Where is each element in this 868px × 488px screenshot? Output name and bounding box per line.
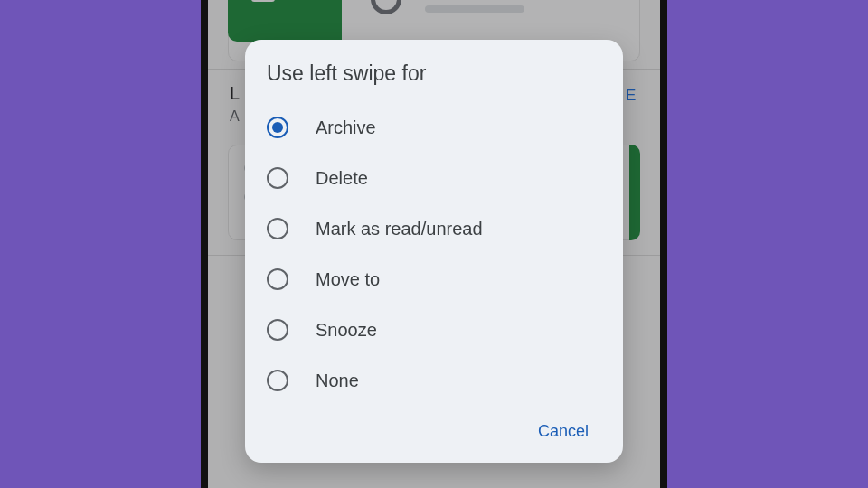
option-label: None (316, 371, 359, 391)
option-none[interactable]: None (267, 355, 601, 406)
option-archive[interactable]: Archive (267, 102, 601, 153)
screen: L A E Use left swipe for Archive Delete … (208, 0, 660, 488)
radio-icon (267, 117, 288, 138)
radio-icon (267, 370, 288, 391)
option-snooze[interactable]: Snooze (267, 305, 601, 355)
dialog-title: Use left swipe for (267, 61, 601, 86)
option-label: Mark as read/unread (316, 219, 483, 239)
radio-icon (267, 319, 288, 341)
option-label: Archive (316, 117, 376, 138)
swipe-action-dialog: Use left swipe for Archive Delete Mark a… (245, 40, 623, 463)
radio-icon (267, 167, 288, 189)
option-label: Delete (316, 168, 368, 189)
option-mark-read-unread[interactable]: Mark as read/unread (267, 203, 601, 254)
option-label: Snooze (316, 320, 377, 341)
radio-icon (267, 218, 288, 239)
option-move-to[interactable]: Move to (267, 254, 601, 305)
option-delete[interactable]: Delete (267, 153, 601, 203)
dialog-actions: Cancel (267, 413, 601, 450)
phone-frame: L A E Use left swipe for Archive Delete … (201, 0, 667, 488)
option-label: Move to (316, 269, 380, 290)
radio-icon (267, 268, 288, 290)
cancel-button[interactable]: Cancel (525, 413, 601, 450)
